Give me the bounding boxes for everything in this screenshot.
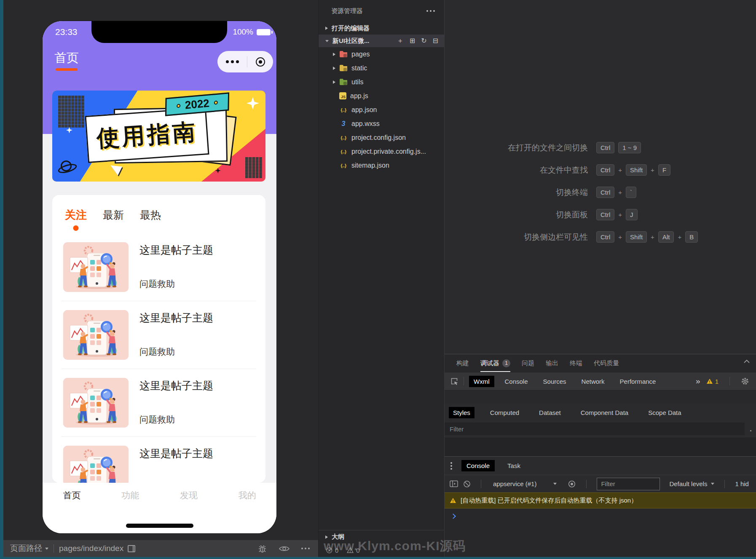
panel-tab[interactable]: 代码质量 — [594, 354, 619, 372]
debugger-panel: 构建 调试器 1 问题 输出 终端 代码质量 — [444, 354, 756, 557]
log-levels-select[interactable]: Default levels — [669, 480, 714, 487]
panel-tab[interactable]: 问题 — [522, 354, 534, 372]
page-path-label[interactable]: 页面路径 — [10, 543, 42, 554]
file-name: app.wxss — [351, 120, 380, 128]
file-row[interactable]: app.wxss — [319, 117, 444, 131]
chevron-right-icon — [333, 67, 335, 70]
sidebar-toggle-icon[interactable] — [450, 480, 458, 487]
styles-tab[interactable]: Styles — [449, 407, 475, 418]
warnings-badge[interactable]: 1 — [706, 378, 718, 385]
kebab-menu-icon[interactable] — [450, 462, 452, 470]
tabbar-item[interactable]: 发现 — [160, 489, 218, 501]
file-row[interactable]: app.json — [319, 103, 444, 117]
explorer-more-icon[interactable] — [426, 10, 435, 12]
styles-tab[interactable]: Computed — [486, 407, 523, 418]
toolbar-divider — [464, 377, 464, 385]
panel-tab[interactable]: 构建 — [456, 354, 469, 372]
file-row[interactable]: pages — [319, 47, 444, 61]
new-folder-icon[interactable]: ⊞ — [410, 37, 415, 44]
chevron-down-icon — [711, 483, 714, 485]
chevron-down-icon[interactable] — [553, 483, 557, 485]
resize-handle-dot[interactable]: . — [750, 425, 752, 433]
console-prompt[interactable] — [445, 508, 756, 524]
shortcut-keys: Ctrl+Shift+F — [596, 164, 670, 176]
exit-mini-program-icon[interactable] — [256, 57, 265, 67]
hidden-messages-count[interactable]: 1 hid — [735, 480, 749, 487]
file-icon — [339, 64, 348, 72]
banner-image[interactable]: 使用指南 2022 — [52, 91, 265, 182]
shortcut-label: 在文件中查找 — [445, 165, 588, 176]
banner-year: 2022 — [185, 96, 210, 112]
more-actions-icon[interactable] — [301, 548, 310, 549]
gear-icon[interactable] — [741, 377, 749, 385]
capsule-menu[interactable] — [217, 51, 273, 72]
chevron-right-icon — [325, 27, 328, 30]
console-tab[interactable]: Console — [461, 460, 495, 471]
devtools-tab[interactable]: Performance — [615, 376, 661, 387]
inspect-element-icon[interactable] — [450, 377, 458, 385]
keycap: Shift — [626, 164, 647, 176]
keycap: Ctrl — [596, 209, 614, 220]
home-indicator — [126, 524, 193, 528]
feed-tab[interactable]: 关注 — [65, 208, 87, 222]
console-filter-input[interactable] — [597, 478, 660, 490]
devtools-tab[interactable]: Network — [577, 376, 609, 387]
console-tab[interactable]: Task — [502, 460, 525, 471]
file-icon — [339, 147, 348, 156]
file-icon — [339, 50, 348, 59]
file-row[interactable]: static — [319, 61, 444, 75]
shortcut-keys: Ctrl1 ~ 9 — [596, 142, 641, 153]
open-editors-row[interactable]: 打开的编辑器 — [319, 22, 444, 35]
tabbar-item[interactable]: 我的 — [218, 489, 276, 501]
nav-bar: 首页 — [43, 46, 276, 76]
styles-tab[interactable]: Component Data — [576, 407, 633, 418]
copy-icon[interactable] — [128, 545, 134, 552]
more-tabs-icon[interactable]: » — [696, 377, 700, 386]
file-icon — [339, 106, 348, 114]
project-root-row[interactable]: 新UI社区微... ＋ ⊞ ↻ ⊟ — [319, 35, 444, 47]
file-row[interactable]: utils — [319, 75, 444, 89]
collapse-panel-icon[interactable] — [743, 359, 750, 364]
eye-icon[interactable] — [279, 545, 290, 552]
panel-tab[interactable]: 终端 — [570, 354, 582, 372]
outline-row[interactable]: 大纲 — [319, 530, 444, 543]
post-item[interactable]: 这里是帖子主题 问题救助 — [62, 369, 256, 437]
panel-tab[interactable]: 输出 — [546, 354, 558, 372]
devtools-tab[interactable]: Console — [500, 376, 533, 387]
console-context-select[interactable]: appservice (#1) — [493, 480, 536, 487]
live-expression-icon[interactable] — [568, 480, 576, 488]
refresh-icon[interactable]: ↻ — [421, 37, 426, 44]
new-file-icon[interactable]: ＋ — [397, 37, 404, 44]
file-icon — [339, 92, 346, 99]
toolbar-divider — [586, 480, 587, 488]
devtools-tab[interactable]: Sources — [539, 376, 571, 387]
post-item[interactable]: 这里是帖子主题 问题救助 — [62, 233, 256, 301]
styles-tab[interactable]: Dataset — [535, 407, 565, 418]
more-icon[interactable] — [226, 60, 239, 63]
file-row[interactable]: app.js — [319, 89, 444, 103]
post-title: 这里是帖子主题 — [139, 379, 255, 393]
post-subtitle: 问题救助 — [139, 278, 255, 290]
styles-filter-input[interactable] — [445, 423, 745, 435]
keycap: Ctrl — [596, 164, 614, 176]
explorer-header: 资源管理器 — [319, 0, 444, 22]
styles-tab[interactable]: Scope Data — [644, 407, 685, 418]
feed-tab[interactable]: 最热 — [140, 208, 161, 222]
collapse-all-icon[interactable]: ⊟ — [433, 37, 438, 44]
page-title-underline — [56, 68, 78, 71]
file-row[interactable]: project.private.config.js... — [319, 144, 444, 158]
post-item[interactable]: 这里是帖子主题 问题救助 — [62, 437, 256, 483]
file-row[interactable]: project.config.json — [319, 131, 444, 144]
tabbar-item[interactable]: 首页 — [43, 489, 101, 501]
chevron-down-icon[interactable] — [45, 548, 48, 550]
clear-console-icon[interactable] — [463, 480, 471, 488]
file-icon — [339, 78, 348, 86]
file-row[interactable]: sitemap.json — [319, 158, 444, 172]
post-item[interactable]: 这里是帖子主题 问题救助 — [62, 301, 256, 369]
feed-tab[interactable]: 最新 — [103, 208, 124, 222]
panel-tab[interactable]: 调试器 1 — [480, 354, 510, 372]
tabbar-item[interactable]: 功能 — [101, 489, 160, 501]
bug-icon[interactable] — [257, 544, 267, 554]
console-toolbar: appservice (#1) Default levels 1 hid — [445, 475, 756, 492]
devtools-tab[interactable]: Wxml — [469, 376, 494, 387]
